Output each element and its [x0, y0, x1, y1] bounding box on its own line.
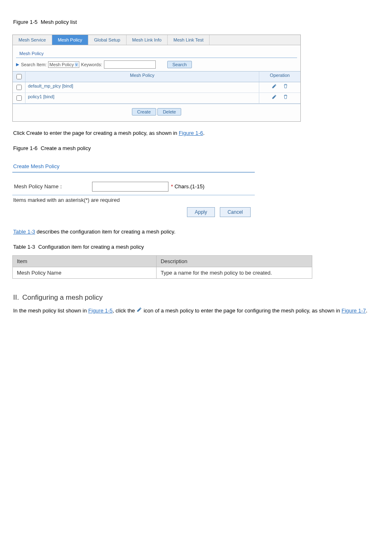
mesh-policy-name-input[interactable]: [92, 182, 168, 192]
form-hint: * Chars.(1-15): [171, 183, 205, 190]
mesh-policy-panel: Mesh Service Mesh Policy Global Setup Me…: [12, 35, 301, 122]
edit-icon[interactable]: [272, 95, 278, 100]
row-name[interactable]: policy1 [bind]: [25, 93, 259, 103]
row-checkbox[interactable]: [16, 85, 22, 90]
table1-intro: Table 1-3 describes the configuration it…: [13, 228, 384, 236]
table1-caption: Table 1-3 Configuration item for creatin…: [13, 243, 384, 251]
search-button[interactable]: Search: [167, 61, 192, 68]
create-panel-title: Create Mesh Policy: [12, 161, 255, 173]
keywords-label: Keywords:: [81, 62, 102, 67]
create-mesh-policy-panel: Create Mesh Policy Mesh Policy Name： * C…: [12, 161, 255, 217]
config-item-table: Item Description Mesh Policy Name Type a…: [12, 255, 312, 279]
fig2-label: Figure 1-6: [13, 145, 37, 151]
table-row: policy1 [bind]: [13, 93, 300, 104]
col-mesh-policy: Mesh Policy: [25, 72, 259, 82]
fig2-ref-link[interactable]: Figure 1-6: [179, 130, 203, 136]
cancel-button[interactable]: Cancel: [220, 207, 251, 217]
heading-title: Configuring a mesh policy: [22, 294, 103, 301]
search-item-value: Mesh Policy: [49, 62, 74, 67]
apply-button[interactable]: Apply: [187, 207, 215, 217]
form-button-row: Apply Cancel: [12, 207, 255, 217]
col-operation: Operation: [259, 72, 300, 82]
create-button[interactable]: Create: [132, 108, 156, 116]
form-row: Mesh Policy Name： * Chars.(1-15): [12, 173, 255, 195]
chevron-down-icon: v: [75, 62, 78, 67]
delete-icon[interactable]: [283, 85, 288, 90]
delete-button[interactable]: Delete: [157, 108, 181, 116]
panel-subhead: Mesh Policy: [16, 45, 297, 58]
fig1-ref-link[interactable]: Figure 1-5: [88, 308, 113, 314]
row-checkbox[interactable]: [16, 95, 22, 101]
mesh-policy-name-label: Mesh Policy Name：: [12, 183, 92, 190]
tab-mesh-link-test[interactable]: Mesh Link Test: [168, 35, 210, 45]
tab-mesh-link-info[interactable]: Mesh Link Info: [127, 35, 168, 45]
tab-mesh-service[interactable]: Mesh Service: [13, 35, 52, 45]
table-col-item: Item: [13, 255, 157, 267]
search-row: ▶ Search Item: Mesh Policy v Keywords: S…: [13, 58, 300, 71]
heading-num: II.: [13, 294, 19, 301]
grid-header: Mesh Policy Operation: [13, 72, 300, 82]
table1-ref-link[interactable]: Table 1-3: [13, 229, 35, 235]
search-item-label: Search Item:: [21, 62, 46, 67]
table1-title: Configuration item for creating a mesh p…: [38, 244, 144, 250]
fig17-ref-link[interactable]: Figure 1-7: [341, 308, 366, 314]
keywords-input[interactable]: [104, 60, 156, 69]
select-all-checkbox[interactable]: [16, 74, 22, 79]
step-create-text: Click Create to enter the page for creat…: [13, 129, 384, 137]
policy-grid: Mesh Policy Operation default_mp_plcy [b…: [13, 71, 300, 104]
tab-bar: Mesh Service Mesh Policy Global Setup Me…: [13, 35, 300, 45]
fig2-title: Create a mesh policy: [41, 145, 91, 151]
tab-global-setup[interactable]: Global Setup: [88, 35, 127, 45]
fig1-caption: Figure 1-5 Mesh policy list: [13, 18, 384, 26]
fig2-caption: Figure 1-6 Create a mesh policy: [13, 144, 384, 153]
arrow-icon: ▶: [16, 62, 19, 67]
edit-icon[interactable]: [272, 85, 278, 90]
table-row: default_mp_plcy [bind]: [13, 82, 300, 93]
search-item-select[interactable]: Mesh Policy v: [48, 61, 79, 68]
table-cell-item: Mesh Policy Name: [13, 267, 157, 278]
table1-label: Table 1-3: [13, 244, 35, 250]
table-col-desc: Description: [156, 255, 312, 267]
required-note: Items marked with an asterisk(*) are req…: [12, 195, 255, 207]
section-heading: II.Configuring a mesh policy: [13, 294, 384, 302]
edit-icon: [136, 306, 142, 316]
row-name[interactable]: default_mp_plcy [bind]: [25, 82, 259, 92]
fig1-label: Figure 1-5: [13, 19, 37, 25]
section-body: In the mesh policy list shown in Figure …: [13, 306, 384, 316]
delete-icon[interactable]: [283, 95, 288, 100]
tab-mesh-policy[interactable]: Mesh Policy: [52, 35, 88, 45]
grid-button-row: Create Delete: [13, 104, 300, 121]
table-cell-desc: Type a name for the mesh policy to be cr…: [156, 267, 312, 278]
fig1-title: Mesh policy list: [41, 19, 77, 25]
